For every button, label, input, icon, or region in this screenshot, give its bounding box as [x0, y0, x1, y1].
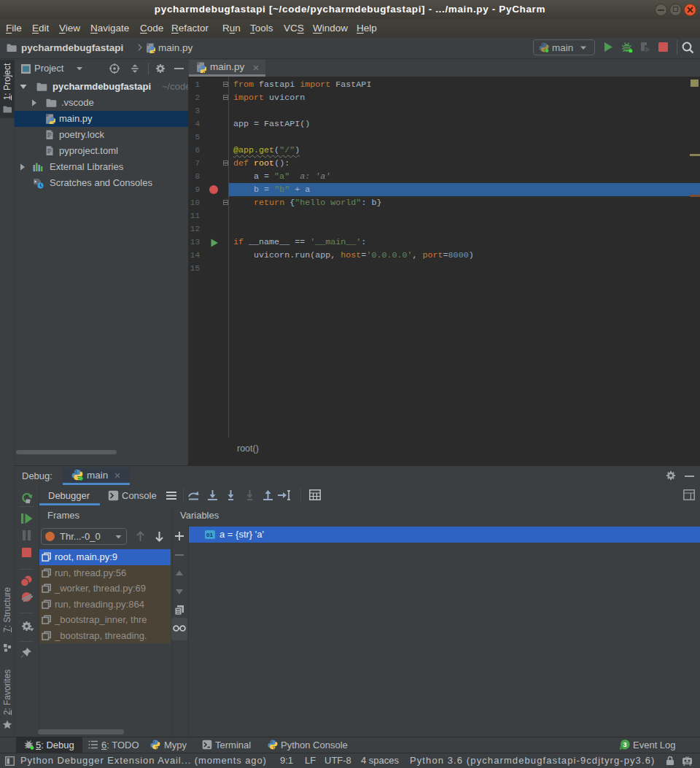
svg-text:3: 3: [623, 741, 626, 748]
